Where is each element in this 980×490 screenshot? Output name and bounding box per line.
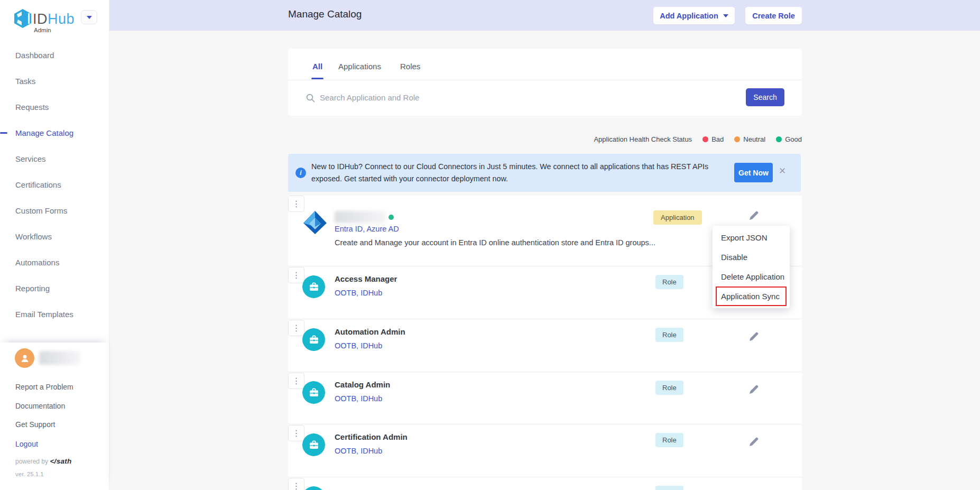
search-input[interactable] [320,88,732,106]
edit-button[interactable] [748,436,760,449]
row-actions-context-menu: Export JSON Disable Delete Application A… [713,226,790,308]
role-tags-link[interactable]: OOTB, IDHub [335,341,382,350]
row-actions-menu-button[interactable]: ⋮ [288,425,304,441]
role-briefcase-icon [302,381,325,404]
search-button[interactable]: Search [746,88,784,106]
sidebar-item-automations[interactable]: Automations [0,249,109,275]
sidebar-item-dashboard[interactable]: Dashboard [0,42,109,68]
role-badge: Role [655,328,683,342]
row-actions-menu-button[interactable]: ⋮ [288,267,304,283]
chevron-down-icon [723,14,728,17]
menu-item-export-json[interactable]: Export JSON [713,228,790,247]
role-briefcase-icon [302,328,325,351]
user-avatar[interactable] [15,348,34,368]
role-briefcase-icon [302,433,325,456]
page-title: Manage Catalog [288,8,362,20]
create-role-button[interactable]: Create Role [745,7,802,24]
health-status-dot-icon [389,215,394,220]
app-root: IDHub Admin Dashboard Tasks Requests Man… [0,0,980,490]
sidebar-item-email-templates[interactable]: Email Templates [0,301,109,327]
row-actions-menu-button[interactable]: ⋮ [288,320,304,336]
neutral-status-dot-icon [734,136,740,142]
legend-label: Application Health Check Status [594,135,692,143]
menu-item-disable[interactable]: Disable [713,247,790,267]
add-application-button[interactable]: Add Application [653,7,735,24]
brand-area: IDHub Admin [0,0,109,37]
application-badge: Application [653,210,702,225]
sidebar-item-services[interactable]: Services [0,146,109,172]
application-description: Create and Manage your account in Entra … [335,238,655,247]
get-now-button[interactable]: Get Now [734,163,773,182]
sidebar-item-workflows[interactable]: Workflows [0,224,109,249]
legend-item-neutral: Neutral [734,135,765,143]
tab-all[interactable]: All [312,62,322,71]
application-tags-link[interactable]: Entra ID, Azure AD [335,225,399,233]
pencil-icon [748,210,760,221]
sidebar-item-custom-forms[interactable]: Custom Forms [0,198,109,224]
version-label: ver. 25.1.1 [15,471,44,477]
sidebar-item-tasks[interactable]: Tasks [0,68,109,94]
role-briefcase-icon [302,275,325,298]
menu-item-application-sync[interactable]: Application Sync [716,286,787,306]
idhub-logo-icon [14,8,32,29]
divider [288,80,802,80]
row-actions-menu-button[interactable]: ⋮ [288,478,304,490]
bad-status-dot-icon [702,136,708,142]
pencil-icon [748,384,760,395]
legend-item-good: Good [776,135,802,143]
sidebar-item-reporting[interactable]: Reporting [0,275,109,301]
banner-text: New to IDHub? Connect to our Cloud Conne… [311,161,729,185]
legend-item-bad: Bad [702,135,724,143]
sidebar-item-certifications[interactable]: Certifications [0,172,109,198]
tab-roles[interactable]: Roles [400,62,420,71]
catalog-row-role-partial: Role ⋮ [288,478,802,490]
good-status-dot-icon [776,136,782,142]
role-tags-link[interactable]: OOTB, IDHub [335,394,382,403]
person-icon [20,353,30,364]
info-icon: i [295,168,306,178]
pencil-icon [748,436,760,448]
role-badge: Role [655,381,683,395]
powered-by: powered by </sath [15,457,72,465]
menu-item-delete-application[interactable]: Delete Application [713,267,790,286]
documentation-link[interactable]: Documentation [15,402,65,410]
role-briefcase-icon [302,486,325,490]
row-actions-menu-button[interactable]: ⋮ [288,373,304,389]
catalog-row-role: Automation Admin OOTB, IDHub Role ⋮ [288,320,802,371]
report-problem-link[interactable]: Report a Problem [15,383,73,391]
page-header: Manage Catalog Add Application Create Ro… [109,0,980,31]
catalog-row-role: Catalog Admin OOTB, IDHub Role ⋮ [288,373,802,423]
cloud-connector-banner: i New to IDHub? Connect to our Cloud Con… [288,154,801,192]
edit-button[interactable] [748,384,760,397]
catalog-toolbar-card: All Applications Roles Search [288,49,802,116]
logout-link[interactable]: Logout [15,440,38,448]
role-title: Catalog Admin [335,380,390,389]
health-check-legend: Application Health Check Status Bad Neut… [288,135,802,143]
sidebar-item-requests[interactable]: Requests [0,94,109,120]
role-tags-link[interactable]: OOTB, IDHub [335,289,382,297]
pencil-icon [748,331,760,343]
role-tags-link[interactable]: OOTB, IDHub [335,447,382,455]
get-support-link[interactable]: Get Support [15,420,56,429]
user-name-redacted [39,351,80,365]
sidebar: IDHub Admin Dashboard Tasks Requests Man… [0,0,109,490]
role-title: Automation Admin [335,327,405,336]
brand-switcher-button[interactable] [81,10,97,24]
edit-button[interactable] [748,210,760,223]
edit-button[interactable] [748,331,760,344]
role-badge: Role [655,433,683,447]
role-badge: Role [655,275,683,289]
role-title: Access Manager [335,274,397,283]
role-title: Certification Admin [335,432,408,441]
application-name-redacted [335,211,386,223]
close-icon[interactable]: ✕ [779,167,786,175]
tab-applications[interactable]: Applications [338,62,381,71]
active-tab-indicator [311,78,323,79]
sidebar-item-manage-catalog[interactable]: Manage Catalog [0,120,109,146]
search-icon [306,94,315,103]
chevron-down-icon [87,16,92,19]
brand-subtitle: Admin [34,27,51,33]
sidebar-footer: Report a Problem Documentation Get Suppo… [0,343,109,490]
entra-id-logo-icon [302,209,328,236]
brand-name: IDHub [33,11,75,27]
